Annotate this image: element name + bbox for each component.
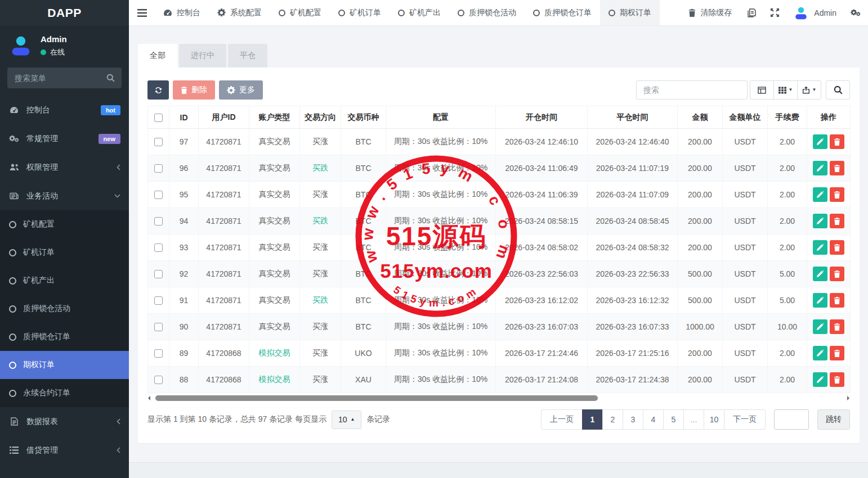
select-all-checkbox[interactable] [154,114,163,122]
delete-row-button[interactable] [830,214,844,228]
sidebar-item-label: 业务活动 [26,191,58,201]
topnav-item[interactable]: 期权订单 [600,0,660,25]
row-checkbox[interactable] [154,217,163,226]
page-size-select[interactable]: 10 ▲ [332,411,361,429]
edit-button[interactable] [813,293,827,308]
tab[interactable]: 平仓 [228,44,267,67]
cell-close-time: 2026-03-24 08:58:32 [588,235,678,261]
pagination-page[interactable]: 1 [582,409,603,430]
delete-row-button[interactable] [830,293,844,308]
topnav-item[interactable]: 系统配置 [209,0,270,25]
cell-fee: 2.00 [768,367,807,393]
refresh-button[interactable] [147,80,169,100]
topnav-item[interactable]: 质押锁仓订单 [525,0,600,25]
edit-button[interactable] [813,372,827,387]
row-checkbox[interactable] [154,191,163,199]
document-icon[interactable] [740,0,763,25]
detail-view-icon [758,87,766,94]
sidebar-subitem[interactable]: 矿机产出 [0,267,129,295]
edit-button[interactable] [813,267,827,281]
sidebar-subitem[interactable]: 质押锁仓活动 [0,295,129,323]
topnav-item[interactable]: 控制台 [155,0,209,25]
settings-gears-icon[interactable] [843,0,868,25]
delete-row-button[interactable] [830,240,844,255]
sidebar-subitem-label: 质押锁仓活动 [23,304,70,314]
topnav-item[interactable]: 质押锁仓活动 [449,0,525,25]
menu-toggle-button[interactable] [129,0,155,25]
columns-icon [778,87,786,94]
sidebar-item[interactable]: 权限管理 [0,153,129,182]
pagination-next[interactable]: 下一页 [724,409,766,430]
tab[interactable]: 全部 [138,44,177,67]
delete-row-button[interactable] [830,372,844,387]
topnav-item[interactable]: 矿机配置 [270,0,330,25]
row-checkbox[interactable] [154,349,163,358]
row-checkbox[interactable] [154,323,163,331]
sidebar-item[interactable]: 借贷管理 [0,436,129,465]
more-button[interactable]: 更多 [219,80,263,100]
jump-page-input[interactable] [774,409,809,430]
delete-row-button[interactable] [830,187,844,202]
search-icon[interactable] [106,74,115,82]
delete-row-button[interactable] [830,319,844,334]
delete-row-button[interactable] [830,161,844,175]
admin-menu[interactable]: Admin [786,0,843,25]
pagination-page[interactable]: 2 [602,409,623,430]
delete-row-button[interactable] [830,346,844,360]
jump-button[interactable]: 跳转 [817,409,850,430]
pagination-page[interactable]: 4 [643,409,664,430]
scroll-right-arrow-icon[interactable] [847,396,849,400]
delete-row-button[interactable] [830,134,844,149]
edit-button[interactable] [813,187,827,202]
caret-up-icon: ▲ [351,417,355,422]
topnav-item[interactable]: 矿机订单 [330,0,390,25]
edit-button[interactable] [813,240,827,255]
cell-id: 92 [169,261,199,287]
row-checkbox[interactable] [154,138,163,146]
edit-button[interactable] [813,214,827,228]
detail-view-button[interactable] [750,80,774,100]
row-checkbox[interactable] [154,296,163,305]
tab[interactable]: 进行中 [179,44,226,67]
table-row: 9341720871真实交易买涨BTC周期：30s 收益比例：10%2026-0… [148,235,851,261]
sidebar-subitem[interactable]: 矿机订单 [0,238,129,267]
pagination-prev[interactable]: 上一页 [541,409,583,430]
fullscreen-icon[interactable] [763,0,786,25]
pagination-page[interactable]: 10 [704,409,724,430]
row-checkbox-cell [148,261,169,287]
row-checkbox[interactable] [154,270,163,278]
scroll-left-arrow-icon[interactable] [148,396,150,400]
delete-row-button[interactable] [830,267,844,281]
row-checkbox[interactable] [154,243,163,252]
sidebar-search-input[interactable] [7,67,122,88]
sidebar-subitem-label: 质押锁仓订单 [23,332,70,342]
delete-button[interactable]: 删除 [173,80,215,100]
scrollbar-thumb[interactable] [155,395,598,401]
cell-config: 周期：30s 收益比例：10% [386,155,496,182]
sidebar-subitem[interactable]: 质押锁仓订单 [0,323,129,351]
sidebar-item[interactable]: 常规管理new [0,124,129,153]
cell-open-time: 2026-03-24 11:06:49 [496,155,588,182]
row-checkbox[interactable] [154,164,163,173]
edit-button[interactable] [813,134,827,149]
pagination-page[interactable]: 3 [623,409,643,430]
edit-button[interactable] [813,346,827,360]
clear-cache-button[interactable]: 清除缓存 [680,0,740,25]
row-checkbox[interactable] [154,376,163,384]
table-search-input[interactable] [636,80,748,100]
sidebar-item[interactable]: 数据报表 [0,407,129,436]
edit-button[interactable] [813,319,827,334]
pagination-page[interactable]: 5 [663,409,684,430]
sidebar-item[interactable]: 控制台hot [0,96,129,124]
topnav-item[interactable]: 矿机产出 [390,0,449,25]
cell-fee: 2.00 [768,155,807,182]
horizontal-scrollbar[interactable] [147,395,850,402]
sidebar-item[interactable]: 业务活动 [0,182,129,210]
edit-button[interactable] [813,161,827,175]
sidebar-subitem[interactable]: 矿机配置 [0,210,129,238]
export-button[interactable]: ▼ [797,80,821,100]
sidebar-subitem[interactable]: 期权订单 [0,351,129,379]
sidebar-subitem[interactable]: 永续合约订单 [0,379,129,407]
search-button[interactable] [826,80,850,100]
columns-button[interactable]: ▼ [773,80,798,100]
